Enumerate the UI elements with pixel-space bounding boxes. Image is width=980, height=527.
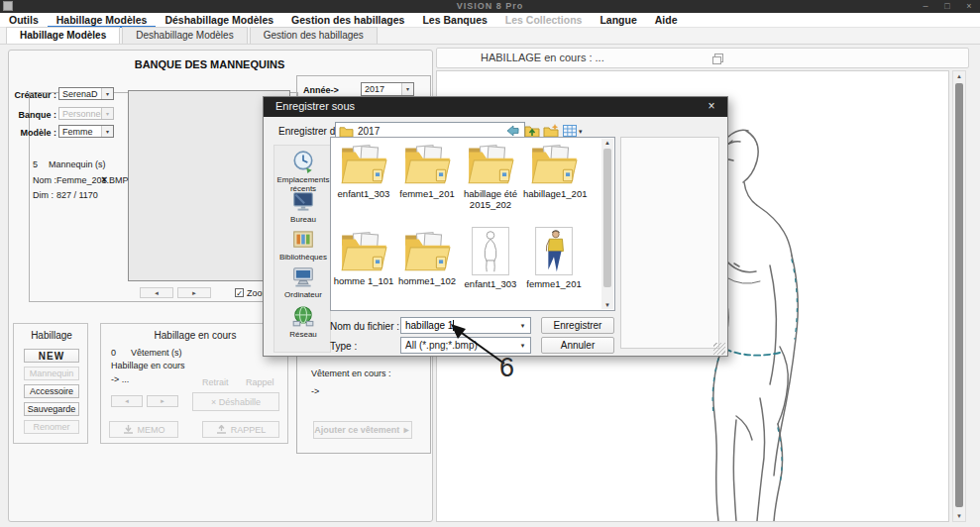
menu-deshabillage-modeles[interactable]: Déshabillage Modèles [156,13,282,28]
computer-icon [291,264,315,288]
place-label: Réseau [274,330,332,339]
modele-select[interactable]: Femme ▾ [58,125,114,138]
filetype-select[interactable]: All (*.png;*.bmp) ▾ [400,337,531,354]
ajouter-vetement-button[interactable]: Ajouter ce vêtement ► [313,421,412,439]
file-name: homme 1_101 [333,275,394,286]
menu-aide[interactable]: Aide [646,13,687,28]
banque-select[interactable]: Personnelle ▾ [58,107,114,120]
image-thumbnail-sketch [472,227,509,275]
place-bibliotheques[interactable]: Bibliothèques [274,227,332,262]
save-button[interactable]: Enregistrer [541,317,614,334]
network-icon [291,304,315,328]
chevron-down-icon[interactable]: ▾ [515,338,530,353]
window-title: VISION 8 Pro [0,0,980,13]
file-item[interactable]: enfant1_303 [460,227,521,289]
file-name: enfant1_303 [460,278,521,289]
dim-value: 827 / 1170 [56,190,98,200]
close-button[interactable]: × [958,0,980,13]
folder-icon [402,229,452,272]
sauvegarde-button[interactable]: Sauvegarde [24,402,79,416]
right-panel-scrollbar[interactable]: ▲ ▼ [952,70,966,522]
folder-icon [339,229,388,272]
file-item[interactable]: femme1_201 [523,227,585,289]
deshabille-button[interactable]: × Déshabille [192,392,279,411]
menu-les-banques[interactable]: Les Banques [413,13,495,28]
dialog-close-button[interactable]: × [704,99,719,113]
scroll-up-icon[interactable]: ▲ [601,140,613,146]
image-thumbnail-dressed [535,227,573,275]
remove-mannequin-icon[interactable]: × [101,173,107,185]
annee-select[interactable]: 2017 ▾ [361,82,414,96]
next-vetement-button[interactable]: ► [147,395,178,407]
chevron-down-icon: ▾ [101,108,113,119]
rappel-button-label: RAPPEL [231,425,267,435]
menu-habillage-modeles[interactable]: Habillage Modèles [48,13,157,28]
scrollbar-thumb[interactable] [603,149,611,287]
file-item[interactable]: homme 1_101 [333,229,394,286]
file-item[interactable]: habillage1_201 [523,142,585,199]
scroll-up-icon[interactable]: ▲ [953,73,965,79]
file-name: femme1_201 [396,188,458,199]
place-label: Bibliothèques [274,253,332,262]
dialog-resize-grip[interactable] [713,343,725,355]
chevron-down-icon[interactable]: ▾ [515,318,530,333]
restore-window-icon[interactable] [714,53,723,62]
tab-deshabillage-modeles[interactable]: Deshabillage Modèles [122,27,247,44]
annotation-step-number: 6 [499,353,514,383]
accessoire-button[interactable]: Accessoire [24,384,79,398]
scrollbar-thumb[interactable] [955,83,963,507]
scroll-down-icon[interactable]: ▼ [601,302,613,308]
vetement-en-cours-label: Vêtement en cours : [311,369,391,378]
zoom-checkbox[interactable]: ✓ [235,288,244,297]
next-mannequin-button[interactable]: ► [177,287,211,298]
dialog-title: Enregistrer sous [275,100,355,112]
cancel-button[interactable]: Annuler [541,337,614,354]
file-item[interactable]: enfant1_303 [333,142,394,199]
rappel-button[interactable]: RAPPEL [202,421,279,438]
menu-les-collections[interactable]: Les Collections [496,13,592,28]
view-menu-caret-icon[interactable]: ▾ [579,128,583,136]
banque-label: Banque : [13,110,56,120]
tab-gestion-habillages[interactable]: Gestion des habillages [250,27,378,44]
mannequin-count-label: Mannequin (s) [49,159,106,169]
tab-habillage-modeles[interactable]: Habillage Modèles [6,27,120,44]
habillage-en-cours-group: Habillage en cours 0 Vêtement (s) Habill… [100,323,288,444]
menu-outils[interactable]: Outils [0,13,48,28]
file-list-scrollbar[interactable]: ▲ ▼ [601,139,613,309]
mannequin-button[interactable]: Mannequin [24,367,79,380]
file-item[interactable]: homme1_102 [396,229,458,286]
place-bureau[interactable]: Bureau [274,189,332,224]
desktop-icon [291,189,315,213]
minimize-button[interactable]: – [915,0,936,13]
en-cours-line: Habillage en cours [111,361,185,370]
right-panel-title: HABILLAGE en cours : ... [481,52,604,63]
habillage-group-title: Habillage [14,330,89,341]
createur-select[interactable]: SerenaD ▾ [58,87,114,100]
place-ordinateur[interactable]: Ordinateur [274,264,332,299]
filetype-label: Type : [330,341,357,352]
maximize-button[interactable]: □ [936,0,958,13]
download-tray-icon [123,425,134,435]
new-button[interactable]: NEW [24,349,79,363]
filename-combo[interactable]: ▾ [400,317,531,334]
menu-gestion-habillages[interactable]: Gestion des habillages [282,13,413,28]
dialog-title-bar[interactable]: Enregistrer sous × [264,97,727,117]
prev-mannequin-button[interactable]: ◄ [140,287,173,298]
file-item[interactable]: habillage été 2015_202 [460,142,521,210]
prev-vetement-button[interactable]: ◄ [111,395,143,407]
scroll-down-icon[interactable]: ▼ [953,513,965,519]
memo-button-label: MEMO [138,425,165,435]
place-reseau[interactable]: Réseau [274,304,332,339]
menu-langue[interactable]: Langue [591,13,645,28]
memo-button[interactable]: MEMO [109,421,178,438]
file-name: homme1_102 [396,275,458,286]
libraries-icon [291,227,315,251]
renomer-button[interactable]: Renomer [24,420,79,434]
place-emplacements-recents[interactable]: Emplacements récents [274,150,332,193]
file-item[interactable]: femme1_201 [396,142,458,199]
filename-input[interactable] [401,318,517,333]
app-window: VISION 8 Pro – □ × Outils Habillage Modè… [0,0,980,527]
vetement-arrow: -> [311,386,319,396]
chevron-down-icon: ▾ [101,88,113,99]
nom-value: Femme_201.BMP [56,175,129,185]
